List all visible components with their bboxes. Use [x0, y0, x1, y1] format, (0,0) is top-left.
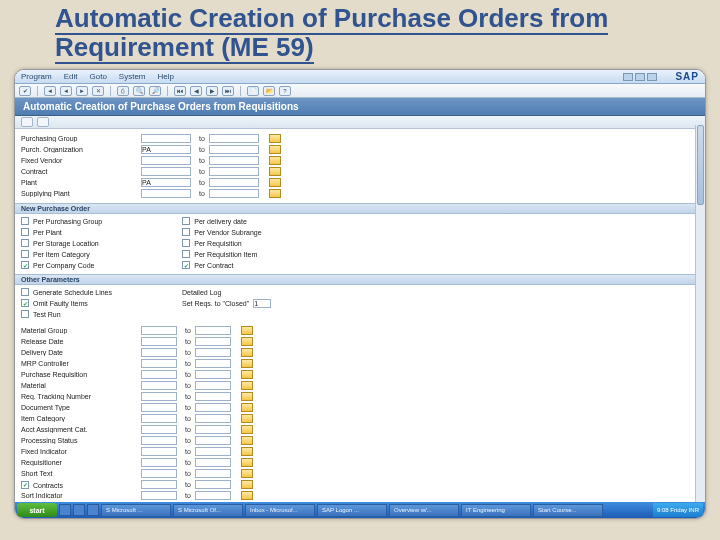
checkbox[interactable] — [21, 288, 29, 296]
checkbox[interactable] — [21, 217, 29, 225]
multi-select-icon[interactable] — [241, 392, 253, 401]
prev-icon[interactable]: ◀ — [190, 86, 202, 96]
print-icon[interactable]: ⎙ — [117, 86, 129, 96]
max-icon[interactable] — [635, 73, 645, 81]
menu-system[interactable]: System — [119, 72, 146, 81]
scroll-thumb[interactable] — [697, 125, 704, 205]
first-icon[interactable]: ⏮ — [174, 86, 186, 96]
input-from[interactable] — [141, 414, 177, 423]
multi-select-icon[interactable] — [241, 480, 253, 489]
multi-select-icon[interactable] — [241, 326, 253, 335]
multi-select-icon[interactable] — [269, 145, 281, 154]
input-to[interactable] — [195, 469, 231, 478]
input-to[interactable] — [195, 480, 231, 489]
input-to[interactable] — [195, 370, 231, 379]
input-to[interactable] — [195, 447, 231, 456]
next-icon[interactable]: ▶ — [206, 86, 218, 96]
vertical-scrollbar[interactable] — [695, 125, 705, 502]
multi-select-icon[interactable] — [269, 156, 281, 165]
menu-program[interactable]: Program — [21, 72, 52, 81]
multi-select-icon[interactable] — [269, 167, 281, 176]
input-from[interactable] — [141, 167, 191, 176]
input-from[interactable] — [141, 134, 191, 143]
input-to[interactable] — [195, 326, 231, 335]
input-to[interactable] — [195, 359, 231, 368]
last-icon[interactable]: ⏭ — [222, 86, 234, 96]
new-icon[interactable]: 📄 — [247, 86, 259, 96]
variant-icon[interactable] — [37, 117, 49, 127]
input-to[interactable] — [209, 178, 259, 187]
checkbox[interactable]: ✔ — [21, 481, 29, 489]
taskbar-item[interactable]: Start Course... — [533, 504, 603, 517]
multi-select-icon[interactable] — [241, 370, 253, 379]
input-to[interactable] — [195, 392, 231, 401]
input-to[interactable] — [195, 348, 231, 357]
back-icon[interactable]: ◄ — [44, 86, 56, 96]
checkbox[interactable] — [21, 250, 29, 258]
checkbox[interactable]: ✔ — [182, 261, 190, 269]
checkbox[interactable] — [182, 217, 190, 225]
multi-select-icon[interactable] — [241, 447, 253, 456]
open-icon[interactable]: 📂 — [263, 86, 275, 96]
close-icon[interactable] — [647, 73, 657, 81]
checkbox[interactable]: ✔ — [21, 299, 29, 307]
input-from[interactable] — [141, 370, 177, 379]
input-to[interactable] — [209, 134, 259, 143]
checkbox[interactable] — [182, 250, 190, 258]
start-button[interactable]: start — [17, 503, 57, 517]
cancel-icon[interactable]: ✕ — [92, 86, 104, 96]
input-to[interactable] — [195, 491, 231, 500]
input-from[interactable] — [141, 326, 177, 335]
taskbar-item[interactable]: IT Engineering — [461, 504, 531, 517]
multi-select-icon[interactable] — [241, 337, 253, 346]
menu-help[interactable]: Help — [158, 72, 174, 81]
quicklaunch-icon[interactable] — [87, 504, 99, 516]
input-from[interactable] — [141, 469, 177, 478]
input-to[interactable] — [195, 403, 231, 412]
input-from[interactable] — [141, 436, 177, 445]
quicklaunch-icon[interactable] — [73, 504, 85, 516]
multi-select-icon[interactable] — [241, 469, 253, 478]
multi-select-icon[interactable] — [269, 189, 281, 198]
multi-select-icon[interactable] — [241, 403, 253, 412]
input-from[interactable] — [141, 381, 177, 390]
find-icon[interactable]: 🔍 — [133, 86, 145, 96]
menu-edit[interactable]: Edit — [64, 72, 78, 81]
multi-select-icon[interactable] — [241, 381, 253, 390]
checkbox[interactable]: ✔ — [21, 261, 29, 269]
execute-icon[interactable] — [21, 117, 33, 127]
input-from[interactable] — [141, 447, 177, 456]
input-to[interactable] — [195, 458, 231, 467]
input-from[interactable] — [141, 392, 177, 401]
check-icon[interactable]: ✔ — [19, 86, 31, 96]
input-to[interactable] — [195, 381, 231, 390]
input-to[interactable] — [209, 189, 259, 198]
menu-goto[interactable]: Goto — [89, 72, 106, 81]
checkbox[interactable] — [21, 239, 29, 247]
input-from[interactable] — [141, 337, 177, 346]
input-from[interactable] — [141, 156, 191, 165]
checkbox[interactable] — [182, 228, 190, 236]
input-from[interactable] — [141, 348, 177, 357]
multi-select-icon[interactable] — [241, 458, 253, 467]
checkbox[interactable] — [21, 228, 29, 236]
taskbar-item[interactable]: S Microsoft Of... — [173, 504, 243, 517]
findnext-icon[interactable]: 🔎 — [149, 86, 161, 96]
input-to[interactable] — [209, 167, 259, 176]
multi-select-icon[interactable] — [241, 359, 253, 368]
taskbar-item[interactable]: Inbox - Microsof... — [245, 504, 315, 517]
multi-select-icon[interactable] — [241, 436, 253, 445]
input-from[interactable] — [141, 491, 177, 500]
param-input[interactable]: 1 — [253, 299, 271, 308]
multi-select-icon[interactable] — [269, 134, 281, 143]
input-to[interactable] — [195, 337, 231, 346]
input-to[interactable] — [195, 436, 231, 445]
input-to[interactable] — [209, 145, 259, 154]
input-to[interactable] — [195, 414, 231, 423]
input-from[interactable]: PA — [141, 178, 191, 187]
input-from[interactable] — [141, 425, 177, 434]
system-tray[interactable]: 9:08 Friday INR — [653, 503, 703, 517]
back2-icon[interactable]: ◄ — [60, 86, 72, 96]
checkbox[interactable] — [182, 239, 190, 247]
input-from[interactable] — [141, 458, 177, 467]
